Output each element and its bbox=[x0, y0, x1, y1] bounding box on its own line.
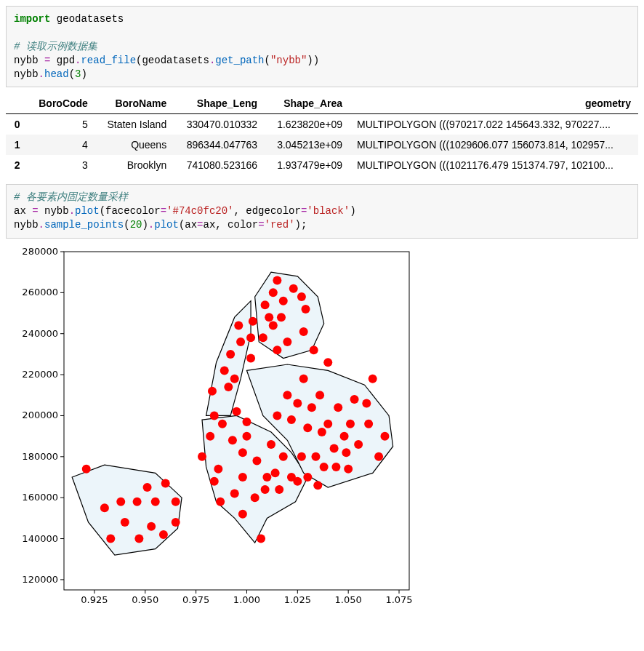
svg-point-55 bbox=[220, 367, 229, 375]
comment: # 各要素内固定数量采样 bbox=[14, 191, 128, 203]
cell-boroname: Queens bbox=[95, 135, 174, 155]
col-boroname: BoroName bbox=[95, 93, 174, 114]
svg-point-78 bbox=[262, 473, 271, 482]
string: 'black' bbox=[307, 205, 350, 217]
svg-point-44 bbox=[161, 479, 170, 488]
cell-boroname: Brooklyn bbox=[95, 155, 174, 175]
cell-geometry: MULTIPOLYGON (((970217.022 145643.332, 9… bbox=[350, 114, 638, 135]
svg-point-51 bbox=[210, 412, 219, 420]
table-row: 2 3 Brooklyn 741080.523166 1.937479e+09 … bbox=[6, 155, 638, 175]
function: get_path bbox=[215, 55, 264, 66]
function: sample_points bbox=[44, 219, 124, 231]
svg-point-90 bbox=[279, 297, 288, 305]
cell-shape-leng: 741080.523166 bbox=[174, 155, 265, 175]
svg-point-126 bbox=[310, 346, 318, 354]
svg-point-91 bbox=[283, 391, 291, 399]
function: plot bbox=[154, 219, 179, 231]
cell-boroname: Staten Island bbox=[95, 114, 174, 135]
svg-point-120 bbox=[362, 399, 371, 408]
svg-point-34 bbox=[100, 503, 109, 512]
svg-point-111 bbox=[330, 444, 339, 453]
cell-index: 2 bbox=[6, 155, 28, 175]
string: 'red' bbox=[265, 219, 295, 231]
svg-point-41 bbox=[147, 522, 156, 531]
svg-point-101 bbox=[302, 305, 310, 313]
code-text: ) bbox=[350, 205, 355, 217]
svg-point-69 bbox=[246, 354, 255, 363]
svg-point-89 bbox=[279, 452, 288, 461]
code-text: (facecolor bbox=[100, 205, 161, 217]
svg-point-36 bbox=[116, 498, 125, 506]
svg-point-99 bbox=[297, 292, 306, 301]
operator: . bbox=[39, 219, 44, 231]
svg-text:200000: 200000 bbox=[22, 410, 58, 421]
code-text: ax, color bbox=[204, 219, 259, 231]
operator: . bbox=[39, 68, 44, 80]
svg-point-79 bbox=[265, 313, 273, 321]
code-text: ( bbox=[265, 55, 270, 66]
svg-text:120000: 120000 bbox=[22, 574, 58, 585]
svg-point-50 bbox=[210, 477, 219, 486]
svg-point-63 bbox=[236, 338, 245, 346]
svg-point-47 bbox=[198, 452, 206, 461]
svg-point-114 bbox=[340, 432, 349, 441]
cell-index: 1 bbox=[6, 135, 28, 155]
operator: = bbox=[258, 219, 264, 231]
table-header-row: BoroCode BoroName Shape_Leng Shape_Area … bbox=[6, 93, 638, 114]
svg-point-94 bbox=[287, 415, 296, 424]
svg-point-122 bbox=[369, 375, 377, 383]
svg-point-96 bbox=[293, 399, 302, 408]
code-text: , edgecolor bbox=[234, 205, 301, 217]
cell-shape-area: 1.937479e+09 bbox=[265, 155, 350, 175]
code-text: ( bbox=[124, 219, 129, 231]
operator: = bbox=[32, 205, 38, 217]
svg-point-61 bbox=[233, 407, 241, 416]
svg-point-108 bbox=[318, 428, 326, 436]
svg-point-98 bbox=[297, 452, 306, 461]
col-index bbox=[6, 93, 28, 114]
operator: . bbox=[148, 219, 154, 231]
svg-point-35 bbox=[106, 535, 115, 543]
table-row: 1 4 Queens 896344.047763 3.045213e+09 MU… bbox=[6, 135, 638, 155]
svg-point-97 bbox=[293, 477, 302, 486]
svg-point-106 bbox=[313, 481, 322, 490]
cell-borocode: 5 bbox=[28, 114, 95, 135]
svg-point-42 bbox=[151, 498, 160, 506]
svg-point-95 bbox=[289, 284, 298, 293]
svg-point-75 bbox=[261, 485, 270, 494]
svg-point-125 bbox=[299, 327, 308, 336]
svg-text:140000: 140000 bbox=[22, 533, 58, 544]
svg-point-100 bbox=[299, 375, 308, 383]
svg-point-115 bbox=[342, 448, 350, 457]
operator: = bbox=[161, 205, 166, 217]
svg-point-107 bbox=[315, 391, 324, 399]
svg-point-124 bbox=[380, 432, 389, 441]
code-cell-1: import geodatasets # 读取示例数据集 nybb = gpd.… bbox=[6, 6, 638, 87]
dataframe-output: BoroCode BoroName Shape_Leng Shape_Area … bbox=[6, 93, 638, 175]
svg-point-88 bbox=[277, 313, 286, 321]
code-text: ( bbox=[69, 68, 75, 80]
svg-point-121 bbox=[364, 420, 373, 428]
plot-output: 1200001400001600001800002000002200002400… bbox=[6, 244, 638, 608]
svg-point-33 bbox=[82, 465, 91, 474]
svg-point-127 bbox=[323, 358, 332, 367]
cell-borocode: 3 bbox=[28, 155, 95, 175]
svg-text:1.025: 1.025 bbox=[284, 594, 311, 605]
code-text: (ax bbox=[179, 219, 197, 231]
string: '#74c0fc20' bbox=[166, 205, 233, 217]
svg-point-70 bbox=[246, 333, 255, 342]
svg-text:240000: 240000 bbox=[22, 328, 58, 339]
cell-geometry: MULTIPOLYGON (((1029606.077 156073.814, … bbox=[350, 135, 638, 155]
svg-point-86 bbox=[273, 346, 281, 354]
svg-text:1.050: 1.050 bbox=[335, 594, 362, 605]
svg-point-74 bbox=[257, 535, 265, 543]
col-borocode: BoroCode bbox=[28, 93, 95, 114]
svg-point-65 bbox=[238, 448, 247, 457]
svg-text:0.950: 0.950 bbox=[132, 594, 158, 605]
string: "nybb" bbox=[270, 55, 307, 66]
svg-text:220000: 220000 bbox=[22, 369, 58, 380]
code-text: nybb bbox=[14, 68, 39, 80]
svg-point-102 bbox=[303, 473, 312, 482]
function: read_file bbox=[81, 55, 136, 66]
svg-point-68 bbox=[242, 432, 251, 441]
